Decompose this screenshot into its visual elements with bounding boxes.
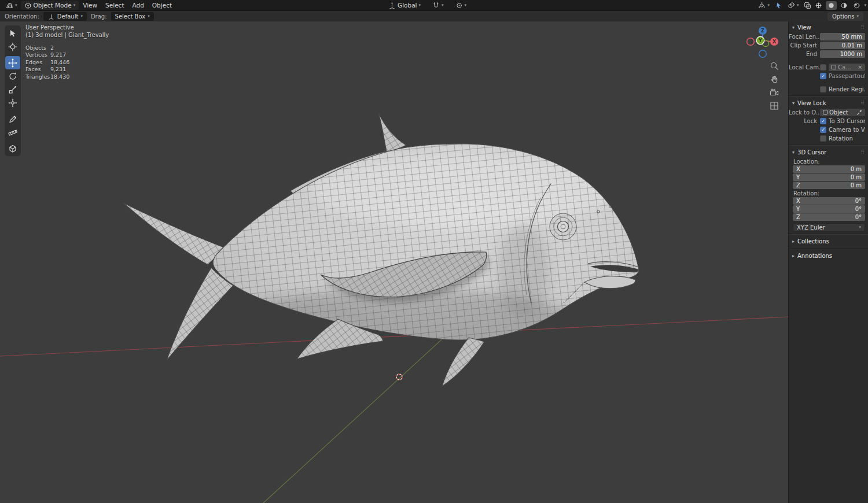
menu-select[interactable]: Select: [101, 0, 128, 10]
viewport-canvas[interactable]: [0, 21, 788, 503]
clip-start-field[interactable]: 0.01 m: [820, 42, 865, 49]
mode-label: Object Mode: [34, 2, 72, 9]
gizmo-z-label: Z: [761, 28, 764, 34]
grid-ortho-icon[interactable]: [769, 101, 779, 111]
gizmo-neg-x-ball[interactable]: [747, 38, 755, 46]
lock-to-object-field[interactable]: Object: [820, 109, 865, 116]
proportional-circle-icon: [455, 2, 463, 9]
zoom-icon[interactable]: [769, 61, 779, 71]
tool-scale[interactable]: [5, 83, 20, 96]
grip-icon: ⠿: [860, 24, 865, 30]
camera-object-icon: [832, 65, 836, 69]
options-button[interactable]: Options ▾: [827, 12, 863, 21]
shading-wireframe-button[interactable]: [813, 1, 824, 10]
rendered-sphere-icon: [853, 2, 860, 9]
overlays-toggle[interactable]: ▾: [784, 1, 803, 10]
panel-3d-cursor-header[interactable]: ▾ 3D Cursor ⠿: [789, 147, 868, 157]
snap-toggle[interactable]: ▾: [429, 1, 447, 10]
tool-shelf: [5, 25, 21, 156]
tool-move[interactable]: [5, 56, 20, 69]
tool-transform[interactable]: [5, 96, 20, 109]
orientation-label: Global: [398, 2, 417, 9]
panel-collections-header[interactable]: ▸ Collections: [789, 236, 868, 246]
proportional-editing-toggle[interactable]: ▾: [452, 1, 470, 10]
chevron-down-icon: ▾: [73, 3, 76, 8]
transform-orientation-select[interactable]: Global ▾: [385, 1, 424, 10]
chevron-down-icon: ▾: [419, 3, 421, 8]
cursor-rotation-x-field[interactable]: X0°: [793, 197, 865, 205]
editor-3d-viewport-icon: [6, 2, 13, 9]
chevron-down-icon: ▾: [797, 3, 799, 8]
mode-select[interactable]: Object Mode ▾: [21, 1, 79, 10]
menu-view[interactable]: View: [79, 0, 101, 10]
gizmos-toggle[interactable]: ▾: [755, 1, 773, 10]
hand-icon[interactable]: [769, 74, 779, 84]
chevron-down-icon: ▾: [792, 25, 795, 30]
tool-rotate[interactable]: [5, 69, 20, 83]
cursor-3d[interactable]: [394, 372, 404, 382]
lock-rotation-label: Rotation: [829, 135, 853, 142]
cursor-rotation-y-field[interactable]: Y0°: [793, 205, 865, 213]
drag-setting-select[interactable]: Select Box ▾: [111, 12, 154, 21]
camera-view-icon[interactable]: [769, 87, 779, 98]
cursor-location-y-field[interactable]: Y0 m: [793, 173, 865, 181]
clip-end-label: End: [789, 51, 820, 57]
cursor-rotation-z-field[interactable]: Z0°: [793, 213, 865, 221]
panel-3d-cursor-title: 3D Cursor: [797, 149, 826, 156]
gizmo-neg-z-ball[interactable]: [759, 50, 767, 58]
cursor-location-z-field[interactable]: Z0 m: [793, 182, 865, 189]
rotation-mode-select[interactable]: XYZ Euler ▾: [793, 223, 865, 232]
viewport-statistics: Objects2 Vertices9,217 Edges18,446 Faces…: [25, 45, 69, 80]
passepartout-label: Passepartout: [829, 73, 865, 79]
eyedropper-icon[interactable]: [856, 109, 862, 115]
clip-end-field[interactable]: 1000 m: [820, 50, 865, 58]
chevron-down-icon: ▾: [148, 14, 150, 19]
chevron-down-icon[interactable]: ▾: [864, 3, 866, 8]
shading-rendered-button[interactable]: [851, 1, 862, 10]
tool-cursor[interactable]: [5, 40, 20, 53]
clear-icon[interactable]: ×: [858, 64, 862, 70]
fish-model[interactable]: [123, 113, 639, 386]
shading-solid-button[interactable]: [826, 1, 837, 10]
fish-body: [213, 144, 639, 353]
cursor-location-x-field[interactable]: X0 m: [793, 165, 865, 173]
menu-object[interactable]: Object: [148, 0, 176, 10]
chevron-down-icon: ▾: [859, 225, 861, 230]
render-region-checkbox[interactable]: [820, 86, 826, 93]
panel-annotations-header[interactable]: ▸ Annotations: [789, 250, 868, 261]
passepartout-checkbox[interactable]: ✓: [820, 73, 826, 79]
menu-add[interactable]: Add: [128, 0, 148, 10]
tool-annotate[interactable]: [5, 112, 20, 125]
lock-3d-cursor-checkbox[interactable]: ✓: [820, 118, 826, 124]
focal-length-field[interactable]: 50 mm: [820, 33, 865, 40]
orientation-setting-value: Default: [57, 13, 79, 20]
object-icon: [823, 110, 827, 114]
orientation-axes-icon: [47, 13, 55, 20]
shading-material-button[interactable]: [838, 1, 849, 10]
chevron-right-icon: ▸: [792, 239, 795, 244]
panel-view-lock-header[interactable]: ▾ View Lock ⠿: [789, 98, 868, 108]
drag-setting-label: Drag:: [91, 13, 107, 20]
tool-add-cube[interactable]: [5, 142, 20, 155]
active-tool-pointer-icon[interactable]: [775, 2, 782, 9]
chevron-down-icon: ▾: [767, 3, 770, 8]
navigation-gizmo[interactable]: Z X Y: [746, 25, 779, 58]
gizmo-y-label: Y: [758, 38, 762, 43]
camera-to-view-checkbox[interactable]: ✓: [820, 127, 826, 133]
editor-type-button[interactable]: ▾: [2, 1, 21, 10]
lock-rotation-checkbox[interactable]: [820, 135, 826, 142]
tool-measure[interactable]: [5, 125, 20, 139]
xray-toggle-icon[interactable]: [804, 2, 811, 9]
orientation-setting-label: Orientation:: [5, 13, 39, 20]
tool-select-box[interactable]: [5, 27, 20, 40]
lock-3d-cursor-label: To 3D Cursor: [829, 118, 865, 124]
orientation-setting-select[interactable]: Default ▾: [43, 12, 87, 21]
n-panel: ▾ View ⠿ Focal Len... 50 mm Clip Start 0…: [788, 21, 868, 503]
camera-to-view-label: Camera to Vi...: [829, 127, 865, 133]
local-camera-checkbox[interactable]: [820, 64, 826, 71]
tool-settings-bar: Orientation: Default ▾ Drag: Select Box …: [0, 10, 868, 21]
panel-view-lock-title: View Lock: [797, 100, 826, 106]
local-camera-field[interactable]: Ca... ×: [829, 64, 865, 71]
panel-view-header[interactable]: ▾ View ⠿: [789, 22, 868, 32]
3d-viewport[interactable]: User Perspective (1) 3d model | Giant_Tr…: [0, 21, 788, 503]
